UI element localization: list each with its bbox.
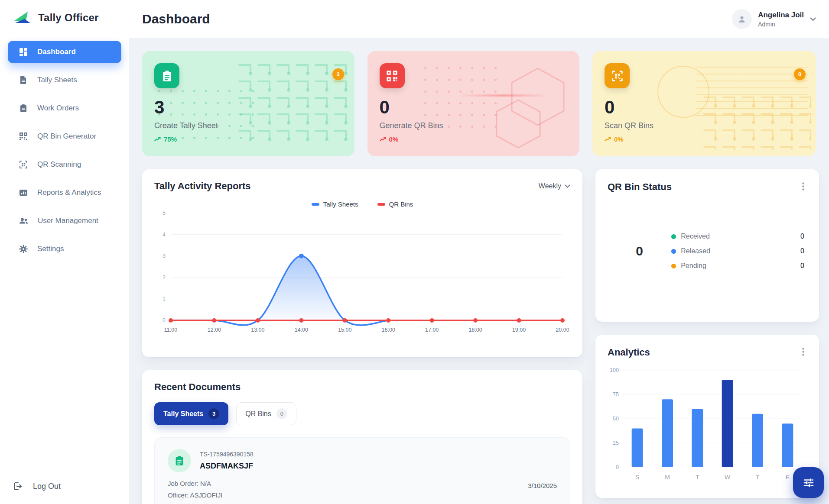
qr-scan-icon [611,70,623,82]
sidebar-item-work-orders[interactable]: Work Orders [8,97,121,120]
legend-row-pending: Pending 0 [671,262,804,270]
stat-percent: 0% [605,136,804,143]
svg-text:F: F [786,474,790,481]
bar-chart-icon [19,188,28,197]
stat-badge: 3 [332,68,344,80]
tally-activity-card: Tally Activity Reports Weekly Tally Shee… [142,169,582,357]
sidebar: Tally Officer Dashboard Tally Sheets Wor… [0,0,129,504]
kebab-menu-button[interactable] [800,346,807,359]
chevron-down-icon [565,184,570,188]
received-dot [671,234,676,239]
dashboard-icon [19,48,28,56]
tab-tally-sheets[interactable]: Tally Sheets 3 [154,402,228,425]
clipboard-icon [174,456,185,466]
clipboard-icon [19,104,28,113]
stat-value: 0 [605,97,804,118]
logout-button[interactable]: Log Out [13,481,61,491]
stat-percent: 0% [380,136,568,143]
stat-label: Create Tally Sheet [154,121,342,130]
legend-item-tally-sheets: Tally Sheets [312,200,358,208]
stat-percent: 75% [154,136,342,143]
left-column: Tally Activity Reports Weekly Tally Shee… [142,169,582,504]
sidebar-item-label: User Management [38,216,98,225]
document-list-item[interactable]: TS-1759496390158 ASDFMAKSJF Job Order: N… [154,437,570,504]
svg-text:4: 4 [163,232,166,238]
legend-row-received: Received 0 [671,233,804,240]
top-header: Dashboard Angelina Joil Admin [129,0,829,38]
legend-row-released: Released 0 [671,247,804,255]
sidebar-item-label: Settings [37,245,64,253]
user-name: Angelina Joil [758,11,804,19]
stat-label: Scan QR Bins [605,121,804,130]
chevron-down-icon [810,17,816,21]
range-select[interactable]: Weekly [539,182,570,190]
svg-text:5: 5 [163,210,166,216]
line-decoration [458,94,549,97]
svg-text:13:00: 13:00 [251,327,264,333]
svg-text:20:00: 20:00 [556,327,569,333]
svg-text:S: S [635,474,639,481]
sidebar-item-qr-scanning[interactable]: QR Scanning [8,153,121,176]
tab-count-badge: 0 [276,408,287,419]
legend-swatch [312,203,319,206]
svg-text:100: 100 [610,367,619,373]
brand-name: Tally Officer [38,12,99,24]
scan-qr-tile [605,63,630,88]
brand-logo-icon [13,10,32,26]
sidebar-item-label: QR Scanning [37,160,81,169]
recent-documents-card: Recent Documents Tally Sheets 3 QR Bins … [142,370,582,504]
svg-text:18:00: 18:00 [468,327,482,333]
svg-text:T: T [756,474,760,481]
user-menu[interactable]: Angelina Joil Admin [732,9,816,29]
analytics-title: Analytics [608,347,650,358]
qr-scan-icon [19,160,28,169]
legend-item-qr-bins: QR Bins [377,200,413,208]
document-icon-circle [168,449,191,472]
sidebar-item-label: Reports & Analytics [37,188,101,197]
sidebar-item-user-management[interactable]: User Management [8,210,121,232]
logout-label: Log Out [33,482,61,491]
brand: Tally Officer [0,0,129,26]
stat-card-create-tally-sheet[interactable]: 3 3 Create Tally Sheet 75% [142,51,354,156]
kebab-icon [802,348,804,356]
trend-up-icon [605,137,611,142]
svg-text:W: W [725,474,731,481]
sidebar-item-tally-sheets[interactable]: Tally Sheets [8,69,121,91]
sidebar-item-dashboard[interactable]: Dashboard [8,41,121,63]
right-column: QR Bin Status 0 Received 0 [595,169,819,498]
qr-bin-total: 0 [608,244,671,258]
legend-swatch [377,203,385,206]
clipboard-icon [161,70,173,82]
released-dot [671,249,676,254]
chart-legend: Tally Sheets QR Bins [154,200,570,208]
tally-sheet-tile [154,63,179,88]
person-icon [737,14,747,24]
activity-title: Tally Activity Reports [154,181,251,192]
page-title: Dashboard [142,12,210,26]
svg-text:1: 1 [163,296,166,302]
document-id: TS-1759496390158 [200,449,254,458]
svg-text:14:00: 14:00 [295,327,308,333]
kebab-menu-button[interactable] [800,181,807,194]
sidebar-item-reports-analytics[interactable]: Reports & Analytics [8,181,121,204]
svg-text:2: 2 [163,275,166,281]
stat-card-generate-qr-bins[interactable]: 0 Generate QR Bins 0% [367,51,580,156]
trend-up-icon [154,137,161,142]
document-name: ASDFMAKSJF [200,462,254,471]
tab-qr-bins[interactable]: QR Bins 0 [236,402,296,425]
qr-bin-status-card: QR Bin Status 0 Received 0 [595,169,819,322]
stat-card-scan-qr-bins[interactable]: 0 0 Scan QR Bins 0% [592,51,816,156]
sliders-icon [802,476,815,489]
svg-text:11:00: 11:00 [164,327,177,333]
sidebar-item-settings[interactable]: Settings [8,238,121,260]
svg-text:12:00: 12:00 [208,327,221,333]
qr-grid-icon [19,132,28,141]
logout-icon [13,481,23,491]
stat-badge: 0 [794,68,806,80]
gear-icon [19,245,28,253]
sidebar-item-qr-bin-generator[interactable]: QR Bin Generator [8,125,121,148]
svg-text:25: 25 [613,440,619,446]
settings-fab[interactable] [793,467,824,498]
svg-text:15:00: 15:00 [338,327,351,333]
sidebar-item-label: Dashboard [37,48,76,56]
